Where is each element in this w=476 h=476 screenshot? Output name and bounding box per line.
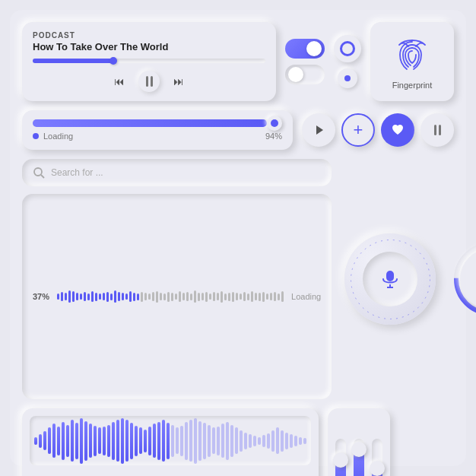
hz-bar [255, 293, 257, 300]
waveform-bar [271, 430, 274, 452]
waveform-bar [217, 427, 220, 455]
bottom-section: L Balance R [22, 408, 454, 476]
radio-area [334, 22, 361, 101]
loading-track[interactable] [33, 119, 282, 127]
mic-widget[interactable] [341, 230, 440, 328]
hz-bar [190, 294, 192, 300]
hz-bar [160, 293, 162, 300]
hz-bars [57, 289, 284, 304]
hz-bar [65, 293, 67, 300]
hz-bar [148, 294, 151, 300]
search-icon [33, 167, 45, 179]
pause-button[interactable] [138, 71, 160, 92]
loading-indicator [33, 133, 39, 139]
v-slider-3[interactable] [372, 439, 382, 476]
heart-button[interactable] [381, 113, 414, 147]
waveform-bar [180, 426, 183, 456]
toggle-knob-2 [288, 67, 303, 82]
loading-thumb [267, 116, 282, 131]
waveform-card[interactable] [22, 408, 319, 476]
waveform-bar [240, 430, 243, 452]
add-button[interactable]: + [341, 113, 375, 147]
svg-point-1 [34, 168, 42, 176]
hz-bar [186, 292, 189, 301]
hz-bar [106, 292, 109, 302]
radio-button-2[interactable] [338, 68, 357, 88]
radio-inner-1 [340, 41, 355, 56]
waveform-bar [303, 438, 306, 444]
hz-bar [266, 294, 268, 300]
row3: Search for ... 37% Loading [22, 159, 454, 399]
waveform-bar [130, 423, 133, 459]
search-bar[interactable]: Search for ... [22, 159, 332, 186]
hz-bar [144, 293, 147, 300]
play-button[interactable] [302, 113, 335, 147]
hz-bar [137, 294, 139, 300]
waveform-bar [299, 437, 302, 445]
hz-bar [167, 292, 170, 302]
v-slider-2[interactable] [354, 439, 364, 476]
waveform-bar [290, 434, 293, 448]
v-slider-1[interactable] [335, 439, 346, 476]
waveform-bar [75, 423, 78, 459]
pause-sm-icon [434, 125, 441, 135]
hz-pct-label: 37% [33, 292, 49, 301]
hz-bar [156, 291, 158, 303]
hz-bar [72, 291, 75, 302]
loading-info: Loading 94% [33, 132, 282, 141]
play-icon [311, 122, 326, 138]
hz-bar [182, 293, 185, 300]
hz-bar [198, 293, 200, 301]
heart-icon [390, 122, 405, 138]
progress-bar[interactable] [33, 59, 265, 63]
waveform-bar [135, 426, 138, 456]
hz-bar [125, 294, 128, 300]
waveform-bar [226, 422, 229, 460]
timer-widget[interactable]: 02:43 [449, 237, 476, 321]
waveform-bar [185, 422, 188, 460]
waveform-bar [125, 420, 129, 462]
hz-bar [122, 293, 124, 300]
waveform-bar [267, 433, 270, 449]
waveform-bar [230, 425, 233, 457]
svg-marker-0 [316, 125, 323, 135]
loading-thumb-inner [271, 119, 278, 127]
main-container: PODCAST How To Take Over The World ⏮ ⏭ [10, 10, 466, 466]
fingerprint-card[interactable]: Fingerprint [370, 22, 454, 101]
waveform-bar [112, 422, 115, 460]
toggle-area [285, 22, 325, 101]
toggle-switch-2[interactable] [285, 65, 325, 84]
pause-icon [146, 76, 153, 87]
hz-bar [213, 292, 215, 301]
waveform-bar [157, 422, 160, 460]
row2: Loading 94% + [22, 110, 454, 150]
waveform-bar [198, 421, 202, 461]
pause-sm-button[interactable] [420, 113, 454, 147]
svg-point-3 [351, 240, 430, 319]
forward-button[interactable]: ⏭ [173, 75, 184, 87]
hz-bar [274, 292, 276, 301]
waveform-bar [162, 420, 165, 462]
mic-dots-svg [347, 236, 434, 323]
hz-bar [209, 294, 211, 300]
waveform-bar [258, 437, 261, 445]
hz-bar [232, 292, 234, 302]
waveform-bar [176, 427, 179, 454]
svg-line-2 [41, 175, 44, 178]
loading-card: Loading 94% [22, 110, 293, 150]
toggle-switch-1[interactable] [285, 39, 325, 59]
waveform-bar [57, 427, 60, 455]
waveform-bar [116, 420, 119, 462]
right-controls: Select [399, 408, 463, 476]
waveform-bar [153, 424, 156, 458]
waveform-bar [189, 420, 192, 462]
hz-bar [95, 293, 97, 301]
hz-bar [251, 291, 253, 302]
v-slider-3-knob [370, 461, 385, 476]
waveform-bar [98, 427, 101, 454]
hz-bar [141, 292, 143, 302]
waveform-bar [285, 433, 288, 449]
pause-sm-bar-2 [439, 125, 441, 135]
rewind-button[interactable]: ⏮ [114, 75, 125, 87]
radio-button-1[interactable] [334, 35, 361, 62]
